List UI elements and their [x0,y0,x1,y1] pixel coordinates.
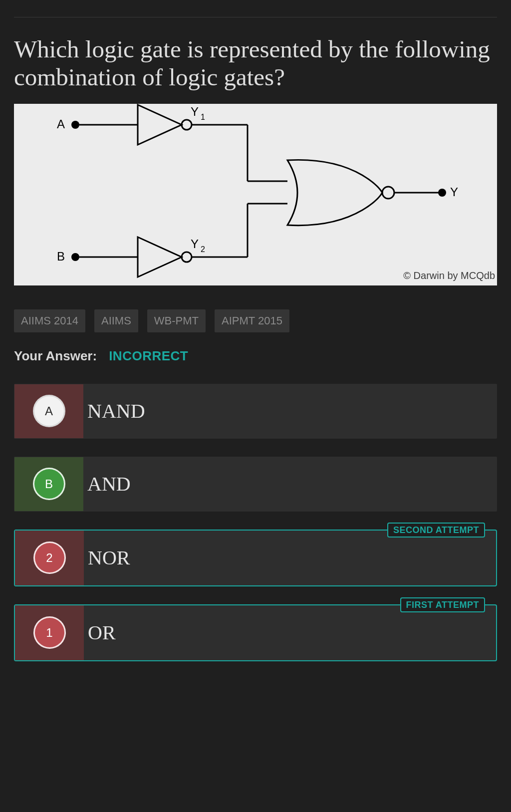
tag[interactable]: AIPMT 2015 [215,309,289,332]
option-c-badge: 2 [33,541,66,574]
question-title: Which logic gate is represented by the f… [14,35,497,92]
logic-gate-diagram: A Y 1 B Y 2 Y © Darwin by MCQdb [14,104,497,285]
option-c[interactable]: SECOND ATTEMPT 2 NOR [14,530,497,586]
option-a-badge: A [33,395,65,427]
node-y [438,189,446,197]
option-b-fill: B [14,457,83,511]
label-y2-sub: 2 [201,245,205,254]
tag[interactable]: AIIMS [94,309,138,332]
diagram-copyright: © Darwin by MCQdb [403,270,495,281]
options-list: A NAND B AND SECOND ATTEMPT 2 NOR FIRST … [14,384,497,661]
label-y: Y [450,185,458,199]
option-c-fill: 2 [15,531,84,585]
label-y2: Y [191,237,199,251]
nor-gate [287,160,382,225]
option-d-badge: 1 [33,616,66,649]
option-a[interactable]: A NAND [14,384,497,439]
label-b: B [57,250,65,263]
nor-bubble [382,187,394,199]
top-divider [14,17,497,17]
not-gate-b [138,237,182,277]
option-b-text: AND [83,457,131,511]
option-d-fill: 1 [15,605,84,660]
option-b-badge: B [33,468,65,500]
option-c-text: NOR [84,531,130,585]
option-a-text: NAND [83,384,145,438]
your-answer-label: Your Answer: [14,348,97,364]
answer-status-value: INCORRECT [109,348,188,364]
option-d-text: OR [84,605,116,660]
option-d[interactable]: FIRST ATTEMPT 1 OR [14,604,497,661]
tag[interactable]: AIIMS 2014 [14,309,85,332]
label-a: A [57,117,65,131]
option-a-fill: A [14,384,83,438]
tag[interactable]: WB-PMT [147,309,206,332]
label-y1: Y [191,105,199,118]
node-a [71,121,79,129]
first-attempt-tag: FIRST ATTEMPT [400,597,485,612]
node-b [71,253,79,261]
second-attempt-tag: SECOND ATTEMPT [387,523,485,538]
not-gate-a [138,105,182,145]
answer-status-row: Your Answer: INCORRECT [14,348,497,364]
label-y1-sub: 1 [201,113,205,121]
option-b[interactable]: B AND [14,457,497,512]
tags-row: AIIMS 2014 AIIMS WB-PMT AIPMT 2015 [14,309,497,332]
